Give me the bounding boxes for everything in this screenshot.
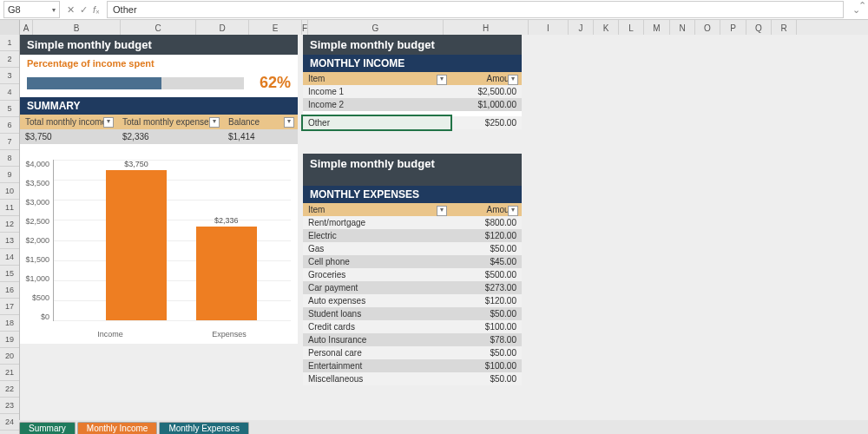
confirm-icon[interactable]: ✓ [80,4,88,16]
hdr-balance: Balance [228,117,260,127]
row-header-7[interactable]: 7 [0,134,19,150]
chart-bar-0[interactable] [106,170,167,320]
ribbon-expand-icon[interactable]: ⌃ [856,0,868,12]
row-header-15[interactable]: 15 [0,266,19,282]
name-box-value: G8 [8,4,21,15]
expense-row[interactable]: Student loans$50.00 [303,307,522,320]
row-header-25[interactable]: 25 [0,431,19,434]
col-header-N[interactable]: N [670,20,695,36]
row-header-20[interactable]: 20 [0,348,19,365]
col-header-H[interactable]: H [444,20,529,36]
right-panel: Simple monthly budget MONTHLY INCOME Ite… [303,35,522,385]
filter-icon[interactable]: ▾ [508,206,518,216]
col-header-I[interactable]: I [529,20,569,36]
row-header-18[interactable]: 18 [0,315,19,332]
row-header-13[interactable]: 13 [0,233,19,249]
name-box[interactable]: G8 ▾ [3,1,60,18]
row-header-9[interactable]: 9 [0,167,19,183]
row-header-8[interactable]: 8 [0,150,19,167]
col-header-C[interactable]: C [121,20,196,36]
col-header-P[interactable]: P [720,20,746,36]
cancel-icon[interactable]: ✕ [67,4,75,16]
col-header-B[interactable]: B [33,20,121,36]
row-header-5[interactable]: 5 [0,101,19,117]
row-header-23[interactable]: 23 [0,398,19,414]
row-header-21[interactable]: 21 [0,365,19,381]
col-header-O[interactable]: O [695,20,720,36]
expense-row[interactable]: Credit cards$100.00 [303,320,522,333]
filter-icon[interactable]: ▾ [284,117,294,128]
row-header-4[interactable]: 4 [0,84,19,101]
expense-row[interactable]: Cell phone$45.00 [303,255,522,268]
income-headers: Item▾ Amount▾ [303,72,522,85]
formula-buttons: ✕ ✓ fₓ [67,4,100,16]
sheet-tab[interactable]: Summary [19,422,76,434]
expense-item: Cell phone [303,255,450,268]
exp-hdr-item: Item [308,205,325,214]
col-header-R[interactable]: R [772,20,797,36]
filter-icon[interactable]: ▾ [209,117,220,128]
expense-row[interactable]: Entertainment$100.00 [303,359,522,372]
expense-row[interactable]: Gas$50.00 [303,242,522,255]
expense-row[interactable]: Miscellaneous$50.00 [303,372,522,385]
income-row[interactable]: Income 2$1,000.00 [303,98,522,111]
row-header-16[interactable]: 16 [0,282,19,299]
expense-row[interactable]: Auto expenses$120.00 [303,294,522,307]
row-header-19[interactable]: 19 [0,332,19,348]
expense-item: Auto expenses [303,294,450,307]
val-balance: $1,414 [223,129,298,144]
formula-input[interactable]: Other [107,1,844,18]
row-header-6[interactable]: 6 [0,117,19,134]
col-header-E[interactable]: E [249,20,302,36]
fx-icon[interactable]: fₓ [93,4,100,16]
row-header-1[interactable]: 1 [0,35,19,51]
expense-row[interactable]: Personal care$50.00 [303,346,522,359]
expense-row[interactable]: Groceries$500.00 [303,268,522,281]
col-header-Q[interactable]: Q [746,20,772,36]
expense-amount: $273.00 [450,281,522,294]
sheet-tab[interactable]: Monthly Income [77,422,158,434]
expense-amount: $50.00 [450,307,522,320]
col-header-J[interactable]: J [569,20,594,36]
income-row[interactable]: Income 1$2,500.00 [303,85,522,98]
col-header-G[interactable]: G [308,20,444,36]
chevron-down-icon[interactable]: ▾ [52,6,56,14]
col-header-M[interactable]: M [644,20,670,36]
expense-row[interactable]: Rent/mortgage$800.00 [303,216,522,229]
row-header-2[interactable]: 2 [0,51,19,68]
summary-title: SUMMARY [20,97,298,115]
filter-icon[interactable]: ▾ [437,206,447,216]
sheet-tabs: SummaryMonthly IncomeMonthly Expenses [19,420,249,434]
row-header-10[interactable]: 10 [0,183,19,200]
row-header-14[interactable]: 14 [0,249,19,266]
expense-row[interactable]: Car payment$273.00 [303,281,522,294]
chart-bar-1[interactable] [196,227,257,320]
col-header-D[interactable]: D [196,20,249,36]
income-row[interactable]: Other$250.00 [303,116,522,129]
col-header-F[interactable]: F [302,20,308,36]
income-title: Simple monthly budget [303,35,522,55]
filter-icon[interactable]: ▾ [437,75,447,85]
cells-area[interactable]: Simple monthly budget Percentage of inco… [20,35,868,420]
expense-row[interactable]: Electric$120.00 [303,229,522,242]
filter-icon[interactable]: ▾ [508,75,518,85]
row-header-3[interactable]: 3 [0,68,19,84]
row-header-22[interactable]: 22 [0,381,19,398]
income-amount: $1,000.00 [450,98,522,111]
val-expenses: $2,336 [117,129,223,144]
filter-icon[interactable]: ▾ [103,117,114,128]
row-header-24[interactable]: 24 [0,414,19,431]
expense-amount: $120.00 [450,294,522,307]
col-header-L[interactable]: L [619,20,644,36]
sheet-body: 1234567891011121314151617181920212223242… [0,35,868,420]
sheet-tab[interactable]: Monthly Expenses [159,422,249,434]
row-header-17[interactable]: 17 [0,299,19,315]
row-header-12[interactable]: 12 [0,216,19,233]
expense-row[interactable]: Auto Insurance$78.00 [303,333,522,346]
col-header-K[interactable]: K [594,20,619,36]
expense-amount: $500.00 [450,268,522,281]
col-header-A[interactable]: A [20,20,33,36]
budget-chart[interactable]: $4,000$3,500$3,000$2,500$2,000$1,500$1,0… [20,155,298,344]
select-all-corner[interactable] [0,20,20,36]
row-header-11[interactable]: 11 [0,200,19,216]
